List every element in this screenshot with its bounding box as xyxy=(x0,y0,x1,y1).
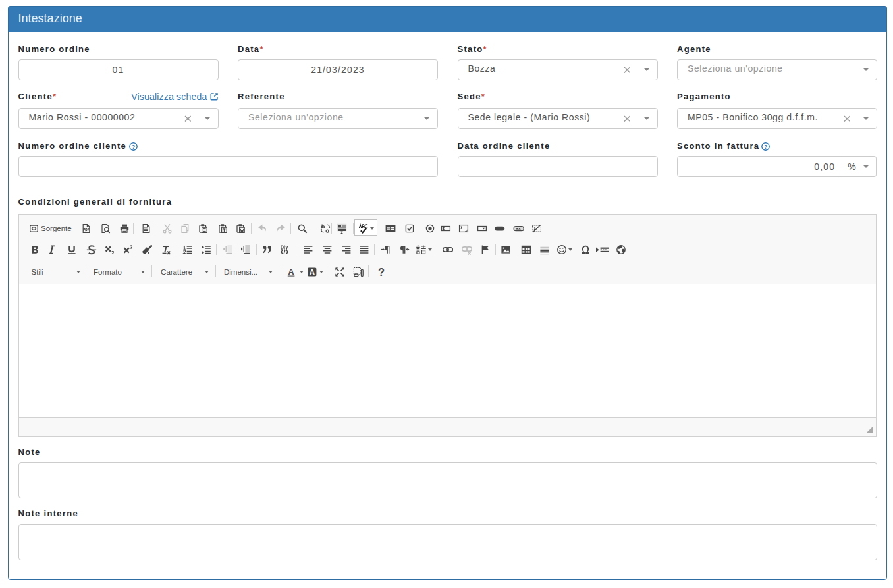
svg-text:A: A xyxy=(288,267,294,277)
svg-text:?: ? xyxy=(378,267,385,277)
svg-text:A: A xyxy=(310,268,315,276)
svg-text:?: ? xyxy=(763,144,767,150)
svg-text:?: ? xyxy=(132,144,135,150)
